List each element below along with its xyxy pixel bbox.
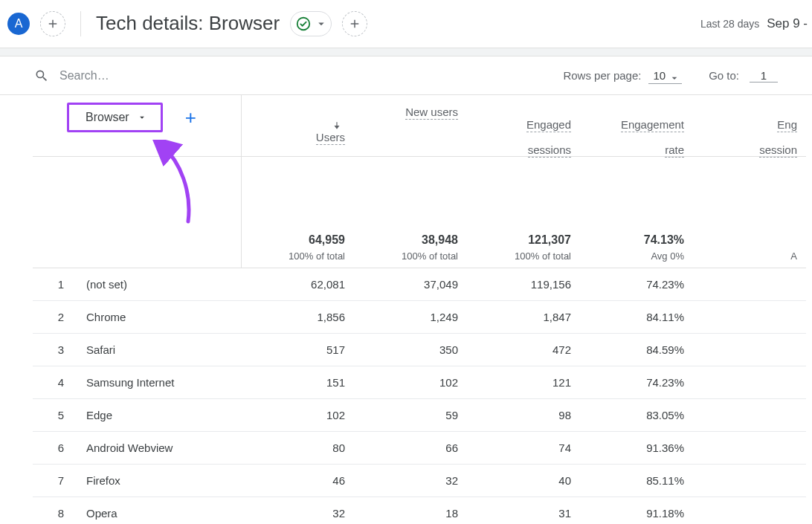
cell-engagement-rate: 74.23% <box>580 268 693 301</box>
goto-input[interactable] <box>750 69 778 83</box>
avatar[interactable]: A <box>7 13 30 35</box>
cell-new-users: 350 <box>354 334 467 366</box>
row-index: 5 <box>33 399 77 432</box>
rows-per-page-select[interactable]: 10 <box>648 69 682 82</box>
col-header-engaged-sessions[interactable]: Engaged sessions <box>467 95 580 157</box>
add-dimension-button[interactable]: + <box>185 108 196 127</box>
date-range-value: Sep 9 - <box>767 16 808 30</box>
cell-engagement-rate: 84.11% <box>580 301 693 334</box>
rows-per-page-label: Rows per page: <box>563 69 641 82</box>
cell-engagement-rate: 84.59% <box>580 334 693 366</box>
row-dimension: Firefox <box>77 465 241 497</box>
cell-engagement-rate: 91.18% <box>580 497 693 525</box>
add-button-top-left[interactable] <box>40 11 65 36</box>
cell-new-users: 18 <box>354 497 467 525</box>
row-dimension: Android Webview <box>77 432 241 465</box>
cell-engagement-rate: 85.11% <box>580 465 693 497</box>
row-index: 1 <box>33 268 77 301</box>
cell-engagement-rate: 74.23% <box>580 366 693 399</box>
plus-icon <box>46 17 59 30</box>
row-dimension: Opera <box>77 497 241 525</box>
cell-new-users: 37,049 <box>354 268 467 301</box>
cell-engagement-rate: 91.36% <box>580 432 693 465</box>
cell-users: 32 <box>241 497 354 525</box>
col-header-users[interactable]: Users <box>241 95 354 157</box>
date-range[interactable]: Last 28 days Sep 9 - <box>700 16 808 31</box>
cell-users: 517 <box>241 334 354 366</box>
chevron-down-icon <box>137 112 147 123</box>
row-dimension: Samsung Internet <box>77 366 241 399</box>
total-clipped: A <box>693 157 806 268</box>
date-range-label: Last 28 days <box>700 18 759 30</box>
table-row[interactable]: 6Android Webview80667491.36% <box>33 432 806 465</box>
cell-clipped <box>693 334 806 366</box>
col-header-clipped[interactable]: Eng session <box>693 95 806 157</box>
table-row[interactable]: 8Opera32183191.18% <box>33 497 806 525</box>
row-dimension: Safari <box>77 334 241 366</box>
cell-engaged-sessions: 40 <box>467 465 580 497</box>
cell-engaged-sessions: 472 <box>467 334 580 366</box>
cell-new-users: 66 <box>354 432 467 465</box>
table-row[interactable]: 2Chrome1,8561,2491,84784.11% <box>33 301 806 334</box>
search-field[interactable] <box>34 68 193 83</box>
dimension-label: Browser <box>86 111 129 124</box>
cell-engaged-sessions: 98 <box>467 399 580 432</box>
col-header-new-users[interactable]: New users <box>354 95 467 157</box>
search-input[interactable] <box>59 69 193 83</box>
cell-users: 151 <box>241 366 354 399</box>
cell-clipped <box>693 497 806 525</box>
cell-clipped <box>693 268 806 301</box>
status-chip[interactable] <box>290 11 332 36</box>
cell-new-users: 102 <box>354 366 467 399</box>
row-index: 6 <box>33 432 77 465</box>
search-icon <box>34 68 49 83</box>
total-new-users: 38,948 100% of total <box>354 157 467 268</box>
table-row[interactable]: 3Safari51735047284.59% <box>33 334 806 366</box>
sort-desc-icon <box>332 120 342 131</box>
svg-point-0 <box>297 17 310 30</box>
cell-engaged-sessions: 121 <box>467 366 580 399</box>
col-header-engagement-rate[interactable]: Engagement rate <box>580 95 693 157</box>
table-row[interactable]: 1(not set)62,08137,049119,15674.23% <box>33 268 806 301</box>
data-table: Browser + Users <box>33 95 806 524</box>
table-toolbar: Rows per page: 10 Go to: <box>0 56 812 95</box>
total-users: 64,959 100% of total <box>241 157 354 268</box>
page-title: Tech details: Browser <box>96 12 280 35</box>
cell-clipped <box>693 432 806 465</box>
total-engaged-sessions: 121,307 100% of total <box>467 157 580 268</box>
cell-clipped <box>693 301 806 334</box>
dimension-header-cell: Browser + <box>33 95 241 157</box>
goto-control: Go to: <box>709 69 778 83</box>
row-dimension: (not set) <box>77 268 241 301</box>
cell-engaged-sessions: 31 <box>467 497 580 525</box>
data-table-wrapper: Browser + Users <box>33 95 812 524</box>
plus-icon <box>348 17 361 30</box>
row-index: 8 <box>33 497 77 525</box>
row-dimension: Edge <box>77 399 241 432</box>
table-row[interactable]: 7Firefox46324085.11% <box>33 465 806 497</box>
cell-clipped <box>693 465 806 497</box>
dimension-selector[interactable]: Browser <box>67 103 163 132</box>
cell-new-users: 59 <box>354 399 467 432</box>
table-row[interactable]: 5Edge102599883.05% <box>33 399 806 432</box>
cell-users: 102 <box>241 399 354 432</box>
cell-users: 1,856 <box>241 301 354 334</box>
row-index: 4 <box>33 366 77 399</box>
cell-users: 62,081 <box>241 268 354 301</box>
cell-engaged-sessions: 1,847 <box>467 301 580 334</box>
cell-clipped <box>693 399 806 432</box>
vertical-divider <box>80 11 81 36</box>
cell-users: 46 <box>241 465 354 497</box>
header-bar: A Tech details: Browser Last 28 days Sep… <box>0 0 812 48</box>
rows-per-page-value: 10 <box>648 68 682 84</box>
cell-clipped <box>693 366 806 399</box>
cell-new-users: 32 <box>354 465 467 497</box>
total-engagement-rate: 74.13% Avg 0% <box>580 157 693 268</box>
rows-per-page: Rows per page: 10 <box>563 69 682 82</box>
row-dimension: Chrome <box>77 301 241 334</box>
table-row[interactable]: 4Samsung Internet15110212174.23% <box>33 366 806 399</box>
cell-new-users: 1,249 <box>354 301 467 334</box>
cell-engaged-sessions: 74 <box>467 432 580 465</box>
add-button-after-title[interactable] <box>342 11 367 36</box>
cell-engaged-sessions: 119,156 <box>467 268 580 301</box>
